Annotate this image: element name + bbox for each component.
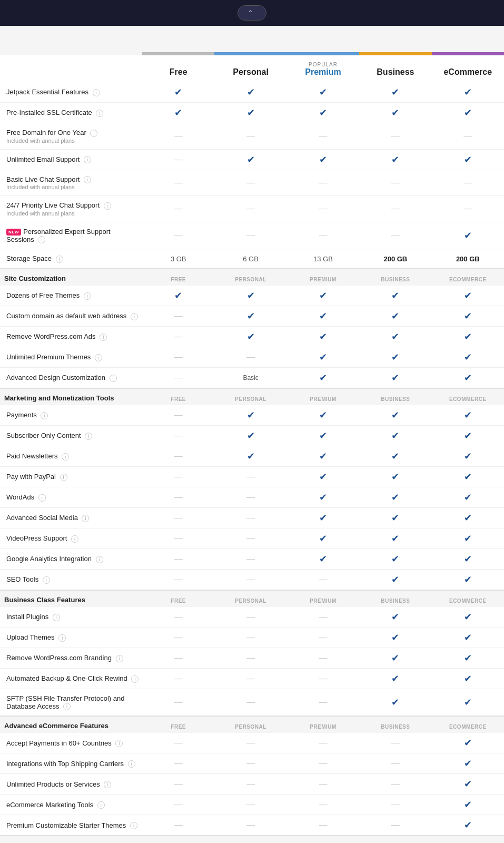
feature-name: eCommerce Marketing Tools (6, 801, 93, 809)
check-icon: ✔ (391, 574, 399, 585)
check-icon: ✔ (319, 492, 327, 503)
info-icon[interactable]: i (62, 453, 69, 460)
info-icon[interactable]: i (93, 89, 100, 96)
info-icon[interactable]: i (63, 703, 71, 710)
feature-sub: Included with annual plans (6, 210, 139, 217)
table-row: Unlimited Premium Themes i ——✔✔✔ (0, 347, 504, 367)
table-row: Upload Themes i ———✔✔ (0, 627, 504, 648)
dash-icon: — (246, 493, 255, 502)
info-icon[interactable]: i (58, 634, 66, 642)
feature-name: 24/7 Priority Live Chat Support (6, 201, 100, 209)
info-icon[interactable]: i (116, 655, 123, 662)
info-icon[interactable]: i (100, 334, 107, 341)
info-icon[interactable]: i (130, 822, 137, 829)
feature-sub: Included with annual plans (6, 184, 139, 190)
table-row: Unlimited Email Support i —✔✔✔✔ (0, 149, 504, 170)
table-row: Automated Backup & One-Click Rewind i ——… (0, 668, 504, 689)
table-row: Dozens of Free Themes i ✔✔✔✔✔ (0, 286, 504, 306)
info-icon[interactable]: i (96, 556, 103, 563)
dash-icon: — (246, 738, 255, 747)
check-icon: ✔ (391, 87, 399, 97)
info-icon[interactable]: i (96, 110, 103, 117)
info-icon[interactable]: i (71, 535, 78, 543)
info-icon[interactable]: i (104, 202, 111, 210)
feature-name: VideoPress Support (6, 534, 67, 542)
dash-icon: — (246, 653, 255, 662)
info-icon[interactable]: i (85, 433, 92, 440)
dash-icon: — (319, 178, 327, 187)
info-icon[interactable]: i (56, 256, 63, 263)
info-icon[interactable]: i (104, 781, 111, 788)
plan-name-ecommerce: eCommerce (443, 67, 492, 76)
info-icon[interactable]: i (38, 494, 46, 502)
dash-icon: — (174, 653, 183, 662)
info-icon[interactable]: i (84, 156, 91, 163)
dash-icon: — (246, 131, 255, 140)
check-icon: ✔ (391, 451, 399, 462)
storage-value: 6 GB (243, 255, 259, 263)
dash-icon: — (246, 612, 255, 621)
feature-name: Custom domain as default web address (6, 312, 126, 320)
info-icon[interactable]: i (60, 474, 67, 481)
check-icon: ✔ (464, 87, 472, 97)
check-icon: ✔ (391, 331, 399, 342)
info-icon[interactable]: i (38, 236, 45, 243)
feature-name: Basic Live Chat Support (6, 175, 80, 183)
table-row: Jetpack Essential Features i ✔✔✔✔✔ (0, 82, 504, 103)
check-icon: ✔ (319, 554, 327, 564)
info-icon[interactable]: i (84, 176, 91, 183)
popular-label: POPULAR (290, 62, 356, 67)
info-icon[interactable]: i (131, 675, 139, 683)
dash-icon: — (246, 575, 255, 584)
info-icon[interactable]: i (53, 614, 60, 621)
dash-icon: — (246, 779, 255, 788)
info-icon[interactable]: i (90, 130, 97, 137)
check-icon: ✔ (174, 107, 182, 118)
dash-icon: — (391, 131, 400, 140)
table-row: Install Plugins i ———✔✔ (0, 607, 504, 628)
dash-icon: — (391, 738, 400, 747)
check-icon: ✔ (391, 533, 399, 544)
dash-icon: — (174, 410, 183, 419)
dash-icon: — (463, 178, 472, 187)
info-icon[interactable]: i (41, 412, 48, 419)
feature-name: Jetpack Essential Features (6, 88, 88, 96)
info-icon[interactable]: i (115, 740, 123, 747)
dash-icon: — (319, 231, 327, 240)
check-icon: ✔ (464, 632, 472, 643)
dash-icon: — (174, 779, 183, 788)
compare-plans-button[interactable]: ⌃ (238, 5, 266, 21)
check-icon: ✔ (247, 87, 255, 97)
check-icon: ✔ (464, 574, 472, 585)
info-icon[interactable]: i (82, 515, 89, 522)
dash-icon: — (319, 820, 327, 829)
info-icon[interactable]: i (43, 576, 50, 584)
check-icon: ✔ (319, 87, 327, 97)
plan-name-business: Business (377, 67, 414, 76)
dash-icon: — (319, 204, 327, 213)
check-icon: ✔ (464, 779, 472, 789)
dash-icon: — (246, 800, 255, 809)
info-icon[interactable]: i (95, 354, 102, 361)
dash-icon: — (319, 633, 327, 642)
dash-icon: — (391, 231, 400, 240)
info-icon[interactable]: i (84, 292, 91, 300)
plan-header-row: FreePersonalPOPULARPremiumBusinesseComme… (0, 55, 504, 82)
info-icon[interactable]: i (131, 313, 138, 320)
check-icon: ✔ (464, 799, 472, 810)
check-icon: ✔ (391, 653, 399, 663)
dash-icon: — (246, 759, 255, 768)
dash-icon: — (174, 204, 183, 213)
check-icon: ✔ (464, 373, 472, 383)
check-icon: ✔ (319, 107, 327, 118)
check-icon: ✔ (391, 311, 399, 321)
info-icon[interactable]: i (97, 801, 105, 809)
info-icon[interactable]: i (110, 375, 117, 382)
check-icon: ✔ (247, 430, 255, 441)
info-icon[interactable]: i (128, 760, 135, 768)
feature-name: Pre-Installed SSL Certificate (6, 109, 92, 116)
check-icon: ✔ (174, 290, 182, 301)
table-row: eCommerce Marketing Tools i ————✔ (0, 795, 504, 815)
check-icon: ✔ (464, 451, 472, 462)
check-icon: ✔ (391, 373, 399, 383)
